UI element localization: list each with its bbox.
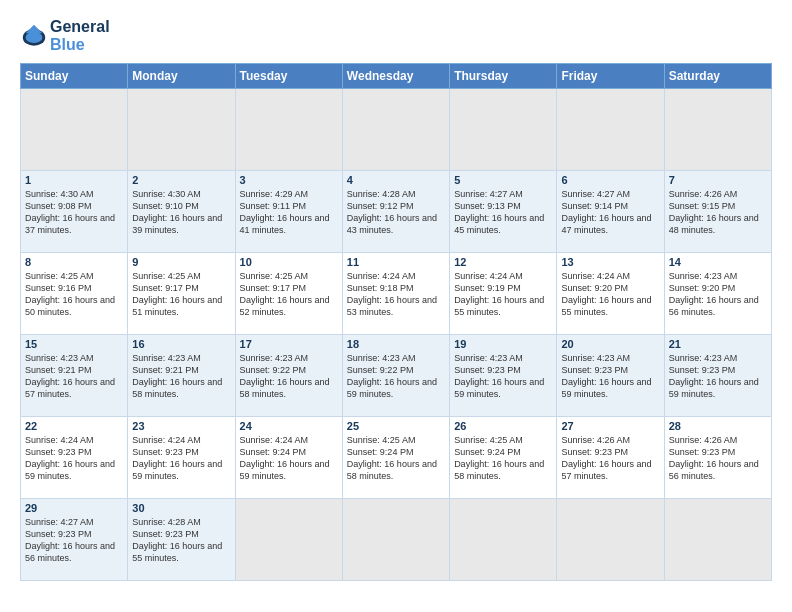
day-number: 26 (454, 420, 552, 432)
calendar-cell: 14Sunrise: 4:23 AMSunset: 9:20 PMDayligh… (664, 252, 771, 334)
calendar-header-row: SundayMondayTuesdayWednesdayThursdayFrid… (21, 63, 772, 88)
calendar-cell: 4Sunrise: 4:28 AMSunset: 9:12 PMDaylight… (342, 170, 449, 252)
day-number: 30 (132, 502, 230, 514)
day-info: Sunrise: 4:24 AMSunset: 9:23 PMDaylight:… (132, 434, 230, 483)
calendar-cell: 13Sunrise: 4:24 AMSunset: 9:20 PMDayligh… (557, 252, 664, 334)
day-number: 19 (454, 338, 552, 350)
calendar-cell: 6Sunrise: 4:27 AMSunset: 9:14 PMDaylight… (557, 170, 664, 252)
calendar-cell: 22Sunrise: 4:24 AMSunset: 9:23 PMDayligh… (21, 416, 128, 498)
calendar-cell (664, 88, 771, 170)
day-number: 5 (454, 174, 552, 186)
day-info: Sunrise: 4:24 AMSunset: 9:18 PMDaylight:… (347, 270, 445, 319)
calendar-week-row: 22Sunrise: 4:24 AMSunset: 9:23 PMDayligh… (21, 416, 772, 498)
day-info: Sunrise: 4:23 AMSunset: 9:22 PMDaylight:… (240, 352, 338, 401)
logo-icon (20, 22, 48, 50)
day-number: 1 (25, 174, 123, 186)
calendar-cell: 28Sunrise: 4:26 AMSunset: 9:23 PMDayligh… (664, 416, 771, 498)
day-info: Sunrise: 4:23 AMSunset: 9:21 PMDaylight:… (25, 352, 123, 401)
calendar-cell: 29Sunrise: 4:27 AMSunset: 9:23 PMDayligh… (21, 498, 128, 580)
calendar-cell: 1Sunrise: 4:30 AMSunset: 9:08 PMDaylight… (21, 170, 128, 252)
logo: General Blue (20, 18, 110, 55)
calendar-week-row: 15Sunrise: 4:23 AMSunset: 9:21 PMDayligh… (21, 334, 772, 416)
day-number: 13 (561, 256, 659, 268)
col-header-friday: Friday (557, 63, 664, 88)
calendar-week-row: 8Sunrise: 4:25 AMSunset: 9:16 PMDaylight… (21, 252, 772, 334)
calendar-cell: 8Sunrise: 4:25 AMSunset: 9:16 PMDaylight… (21, 252, 128, 334)
day-info: Sunrise: 4:23 AMSunset: 9:21 PMDaylight:… (132, 352, 230, 401)
calendar-cell (664, 498, 771, 580)
day-number: 2 (132, 174, 230, 186)
day-info: Sunrise: 4:29 AMSunset: 9:11 PMDaylight:… (240, 188, 338, 237)
day-number: 3 (240, 174, 338, 186)
col-header-thursday: Thursday (450, 63, 557, 88)
calendar-cell: 27Sunrise: 4:26 AMSunset: 9:23 PMDayligh… (557, 416, 664, 498)
col-header-sunday: Sunday (21, 63, 128, 88)
day-info: Sunrise: 4:23 AMSunset: 9:22 PMDaylight:… (347, 352, 445, 401)
day-number: 7 (669, 174, 767, 186)
day-number: 12 (454, 256, 552, 268)
calendar-week-row (21, 88, 772, 170)
calendar-cell: 19Sunrise: 4:23 AMSunset: 9:23 PMDayligh… (450, 334, 557, 416)
day-info: Sunrise: 4:30 AMSunset: 9:08 PMDaylight:… (25, 188, 123, 237)
calendar-cell (557, 498, 664, 580)
day-info: Sunrise: 4:26 AMSunset: 9:23 PMDaylight:… (669, 434, 767, 483)
calendar-cell: 23Sunrise: 4:24 AMSunset: 9:23 PMDayligh… (128, 416, 235, 498)
day-info: Sunrise: 4:23 AMSunset: 9:23 PMDaylight:… (669, 352, 767, 401)
header: General Blue (20, 18, 772, 55)
col-header-tuesday: Tuesday (235, 63, 342, 88)
day-info: Sunrise: 4:23 AMSunset: 9:23 PMDaylight:… (561, 352, 659, 401)
day-info: Sunrise: 4:30 AMSunset: 9:10 PMDaylight:… (132, 188, 230, 237)
day-info: Sunrise: 4:25 AMSunset: 9:17 PMDaylight:… (240, 270, 338, 319)
calendar-table: SundayMondayTuesdayWednesdayThursdayFrid… (20, 63, 772, 581)
day-number: 14 (669, 256, 767, 268)
calendar-cell: 5Sunrise: 4:27 AMSunset: 9:13 PMDaylight… (450, 170, 557, 252)
calendar-cell: 24Sunrise: 4:24 AMSunset: 9:24 PMDayligh… (235, 416, 342, 498)
day-number: 11 (347, 256, 445, 268)
day-info: Sunrise: 4:28 AMSunset: 9:23 PMDaylight:… (132, 516, 230, 565)
calendar-cell: 2Sunrise: 4:30 AMSunset: 9:10 PMDaylight… (128, 170, 235, 252)
day-number: 4 (347, 174, 445, 186)
calendar-cell (235, 88, 342, 170)
day-info: Sunrise: 4:27 AMSunset: 9:14 PMDaylight:… (561, 188, 659, 237)
day-number: 18 (347, 338, 445, 350)
day-info: Sunrise: 4:27 AMSunset: 9:23 PMDaylight:… (25, 516, 123, 565)
day-info: Sunrise: 4:24 AMSunset: 9:19 PMDaylight:… (454, 270, 552, 319)
col-header-saturday: Saturday (664, 63, 771, 88)
calendar-cell: 30Sunrise: 4:28 AMSunset: 9:23 PMDayligh… (128, 498, 235, 580)
calendar-week-row: 29Sunrise: 4:27 AMSunset: 9:23 PMDayligh… (21, 498, 772, 580)
day-number: 10 (240, 256, 338, 268)
day-info: Sunrise: 4:26 AMSunset: 9:15 PMDaylight:… (669, 188, 767, 237)
day-info: Sunrise: 4:26 AMSunset: 9:23 PMDaylight:… (561, 434, 659, 483)
calendar-cell (450, 88, 557, 170)
page: General Blue SundayMondayTuesdayWednesda… (0, 0, 792, 612)
day-info: Sunrise: 4:27 AMSunset: 9:13 PMDaylight:… (454, 188, 552, 237)
day-number: 20 (561, 338, 659, 350)
calendar-cell (342, 498, 449, 580)
calendar-cell: 18Sunrise: 4:23 AMSunset: 9:22 PMDayligh… (342, 334, 449, 416)
calendar-week-row: 1Sunrise: 4:30 AMSunset: 9:08 PMDaylight… (21, 170, 772, 252)
day-number: 29 (25, 502, 123, 514)
day-number: 28 (669, 420, 767, 432)
day-number: 6 (561, 174, 659, 186)
day-info: Sunrise: 4:24 AMSunset: 9:24 PMDaylight:… (240, 434, 338, 483)
day-number: 17 (240, 338, 338, 350)
col-header-monday: Monday (128, 63, 235, 88)
day-info: Sunrise: 4:24 AMSunset: 9:23 PMDaylight:… (25, 434, 123, 483)
day-number: 25 (347, 420, 445, 432)
calendar-cell (557, 88, 664, 170)
day-number: 9 (132, 256, 230, 268)
calendar-cell (21, 88, 128, 170)
calendar-cell: 15Sunrise: 4:23 AMSunset: 9:21 PMDayligh… (21, 334, 128, 416)
calendar-cell: 10Sunrise: 4:25 AMSunset: 9:17 PMDayligh… (235, 252, 342, 334)
calendar-cell: 21Sunrise: 4:23 AMSunset: 9:23 PMDayligh… (664, 334, 771, 416)
day-info: Sunrise: 4:25 AMSunset: 9:16 PMDaylight:… (25, 270, 123, 319)
calendar-cell: 26Sunrise: 4:25 AMSunset: 9:24 PMDayligh… (450, 416, 557, 498)
calendar-cell (128, 88, 235, 170)
calendar-cell: 7Sunrise: 4:26 AMSunset: 9:15 PMDaylight… (664, 170, 771, 252)
day-number: 21 (669, 338, 767, 350)
calendar-cell (450, 498, 557, 580)
svg-point-1 (26, 32, 43, 43)
calendar-cell: 11Sunrise: 4:24 AMSunset: 9:18 PMDayligh… (342, 252, 449, 334)
day-info: Sunrise: 4:28 AMSunset: 9:12 PMDaylight:… (347, 188, 445, 237)
day-number: 15 (25, 338, 123, 350)
